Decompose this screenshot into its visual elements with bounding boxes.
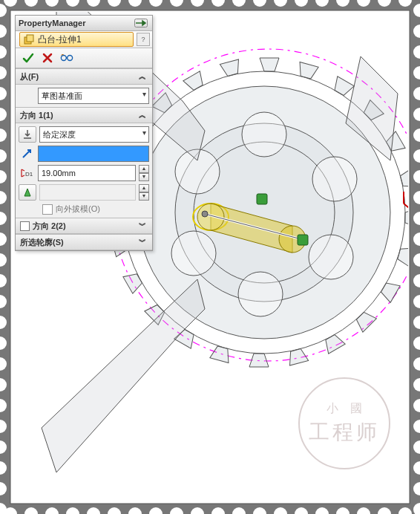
draft-spinner: ▲▼ [139,184,149,201]
svg-point-7 [309,235,353,279]
depth-spinner[interactable]: ▲▼ [139,165,149,181]
draft-angle-input [39,184,136,201]
feature-help-button[interactable]: ? [137,33,150,46]
chevron-up-icon: ︽ [137,110,148,120]
from-start-condition-dropdown[interactable]: 草图基准面 [38,88,149,104]
section-from-header[interactable]: 从(F) ︽ [16,69,152,85]
svg-point-25 [68,56,73,61]
panel-title-bar[interactable]: PropertyManager [16,16,152,31]
depth-icon: D1 [19,166,35,180]
detailed-preview-button[interactable] [60,51,73,65]
section-selected-contours: 所选轮廓(S) ︾ [16,234,152,250]
cancel-button[interactable] [41,51,54,65]
checkbox-icon [42,204,53,215]
svg-point-6 [312,157,357,201]
pin-icon[interactable] [133,18,149,28]
svg-rect-18 [257,194,267,204]
section-direction-2: 方向 2(2) ︾ [16,218,152,234]
chevron-up-icon: ︽ [137,71,148,82]
direction-selection-input[interactable] [38,146,149,162]
depth-input[interactable]: 19.00mm [38,165,136,181]
svg-point-24 [61,56,66,61]
svg-line-20 [404,204,408,211]
draft-outward-checkbox[interactable]: 向外拔模(O) [19,204,149,215]
section-direction-1: 方向 1(1) ︽ 给定深度 [16,107,152,218]
property-manager-panel: PropertyManager 凸台-拉伸1 ? [15,15,153,251]
chevron-down-icon: ︾ [137,221,148,231]
svg-text:D1: D1 [25,171,33,178]
feature-header: 凸台-拉伸1 ? [16,31,152,48]
feature-name-badge[interactable]: 凸台-拉伸1 [19,32,134,47]
section-selected-contours-header[interactable]: 所选轮廓(S) ︾ [16,235,152,250]
chevron-down-icon: ︾ [137,237,148,247]
svg-rect-16 [298,235,308,245]
section-direction-2-header[interactable]: 方向 2(2) ︾ [16,218,152,234]
svg-point-9 [171,231,216,276]
panel-title: PropertyManager [19,19,85,27]
extrude-boss-icon [23,33,35,45]
svg-rect-23 [27,35,33,42]
end-condition-dropdown[interactable]: 给定深度 [39,126,149,143]
action-buttons [16,48,152,68]
svg-point-5 [242,112,286,157]
section-from: 从(F) ︽ 草图基准面 [16,68,152,107]
direction-vector-icon[interactable] [19,146,35,161]
feature-name-text: 凸台-拉伸1 [38,33,82,46]
ok-button[interactable] [22,51,35,65]
draft-button[interactable] [19,184,36,201]
svg-point-17 [202,211,208,217]
svg-point-8 [238,272,283,316]
section-direction-1-header[interactable]: 方向 1(1) ︽ [16,108,152,123]
reverse-direction-button[interactable] [19,126,36,143]
